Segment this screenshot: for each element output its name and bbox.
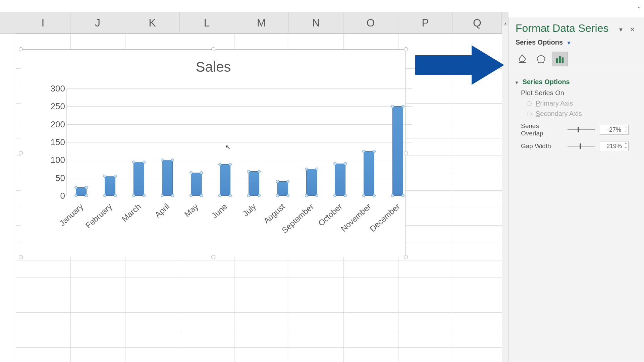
data-point-handle (247, 194, 250, 197)
data-bar[interactable] (220, 164, 230, 196)
svg-rect-3 (556, 58, 558, 63)
spinner-up-icon[interactable]: ▴ (623, 125, 628, 130)
data-point-handle (190, 194, 193, 197)
data-bar[interactable] (191, 173, 202, 196)
effects-icon[interactable] (533, 52, 549, 66)
data-point-handle (276, 194, 279, 197)
spinner-up-icon[interactable]: ▴ (623, 141, 628, 146)
data-bar[interactable] (249, 171, 259, 196)
data-point-handle (161, 194, 164, 197)
selection-handle[interactable] (404, 151, 408, 155)
data-bar[interactable] (364, 151, 374, 196)
y-tick-label: 0 (47, 191, 65, 201)
chart-title[interactable]: Sales (21, 59, 406, 75)
data-bar[interactable] (76, 187, 87, 196)
spinner-down-icon[interactable]: ▾ (623, 130, 628, 134)
pane-close-icon[interactable]: ✕ (628, 26, 637, 33)
primary-axis-label: rimary Axis (540, 100, 573, 107)
data-point-handle (247, 170, 250, 173)
data-point-handle (401, 105, 405, 108)
selection-handle[interactable] (19, 47, 23, 51)
spinner-down-icon[interactable]: ▾ (623, 146, 628, 151)
selection-handle[interactable] (19, 151, 23, 155)
column-header[interactable]: K (125, 12, 180, 34)
svg-rect-1 (519, 62, 526, 63)
data-point-handle (333, 162, 336, 165)
secondary-axis-radio[interactable]: Secondary Axis (509, 109, 644, 119)
y-tick-label: 150 (47, 137, 65, 147)
data-point-handle (200, 171, 203, 174)
worksheet[interactable]: IJKLMNOPQ ▴ Sales 050100150200250300 Jan… (0, 0, 508, 362)
series-options-label: Series Options (516, 39, 563, 46)
data-point-handle (391, 105, 394, 108)
data-point-handle (143, 161, 146, 164)
radio-icon (527, 101, 532, 106)
y-tick-label: 100 (47, 155, 65, 165)
selection-handle[interactable] (211, 47, 215, 51)
plot-area[interactable]: 050100150200250300 JanuaryFebruaryMarchA… (66, 88, 415, 248)
pane-options-caret-icon[interactable]: ▾ (617, 26, 625, 33)
selection-handle[interactable] (211, 255, 215, 259)
ribbon-collapse-caret[interactable]: ⌄ (637, 3, 641, 10)
chart-object[interactable]: Sales 050100150200250300 JanuaryFebruary… (21, 49, 406, 257)
format-pane: Format Data Series ▾ ✕ Series Options ▾ … (508, 17, 644, 362)
scroll-up-icon[interactable]: ▴ (502, 20, 509, 26)
data-point-handle (74, 186, 77, 189)
pane-title: Format Data Series (516, 22, 608, 35)
column-headers: IJKLMNOPQ (0, 12, 508, 34)
data-point-handle (114, 175, 117, 178)
data-point-handle (373, 150, 376, 153)
series-options-section-header[interactable]: ▾ Series Options (509, 76, 644, 88)
format-category-icons (509, 51, 644, 72)
y-tick-label: 300 (47, 83, 65, 94)
data-point-handle (171, 159, 174, 162)
gap-width-control[interactable]: Gap Width 219% ▴▾ (509, 138, 644, 152)
column-header[interactable]: P (398, 12, 453, 34)
series-overlap-control[interactable]: Series Overlap -27% ▴▾ (509, 119, 644, 138)
primary-axis-radio[interactable]: Primary Axis (509, 98, 644, 109)
selection-handle[interactable] (404, 255, 408, 259)
column-header[interactable]: I (16, 12, 70, 34)
data-point-handle (286, 194, 289, 197)
column-header[interactable]: M (234, 12, 289, 34)
column-header[interactable]: O (343, 12, 398, 34)
vertical-scrollbar[interactable]: ▴ (502, 20, 508, 362)
selection-handle[interactable] (404, 47, 408, 51)
x-axis[interactable]: JanuaryFebruaryMarchAprilMayJuneJulyAugu… (66, 200, 412, 243)
column-header[interactable]: N (289, 12, 343, 34)
column-header[interactable]: L (180, 12, 234, 34)
gap-width-input[interactable]: 219% ▴▾ (600, 141, 629, 151)
selection-handle[interactable] (19, 255, 23, 259)
column-header[interactable]: Q (453, 12, 502, 34)
series-options-icon[interactable] (552, 52, 568, 66)
data-point-handle (229, 163, 232, 166)
data-point-handle (391, 194, 394, 197)
data-point-handle (218, 163, 221, 166)
data-point-handle (373, 194, 376, 197)
series-options-dropdown[interactable]: Series Options ▾ (509, 37, 644, 51)
data-point-handle (103, 194, 106, 197)
data-bar[interactable] (133, 162, 144, 196)
data-point-handle (171, 194, 174, 197)
data-point-handle (218, 194, 221, 197)
data-bar[interactable] (162, 160, 173, 196)
series-overlap-input[interactable]: -27% ▴▾ (600, 125, 629, 135)
data-bar[interactable] (277, 181, 288, 196)
data-point-handle (103, 175, 106, 178)
chevron-down-icon: ▾ (568, 40, 570, 46)
data-point-handle (85, 186, 88, 189)
y-tick-label: 200 (47, 119, 65, 129)
secondary-axis-label: econdary Axis (540, 110, 582, 117)
data-point-handle (85, 194, 88, 197)
data-bar[interactable] (335, 164, 345, 196)
data-point-handle (161, 159, 164, 162)
data-bar[interactable] (105, 176, 115, 196)
fill-and-line-icon[interactable] (514, 52, 530, 66)
data-bar[interactable] (306, 169, 317, 196)
data-point-handle (132, 161, 135, 164)
data-bar[interactable] (392, 106, 403, 196)
data-point-handle (74, 194, 77, 197)
data-point-handle (401, 194, 405, 197)
column-header[interactable]: J (70, 12, 125, 34)
svg-rect-4 (559, 56, 561, 63)
